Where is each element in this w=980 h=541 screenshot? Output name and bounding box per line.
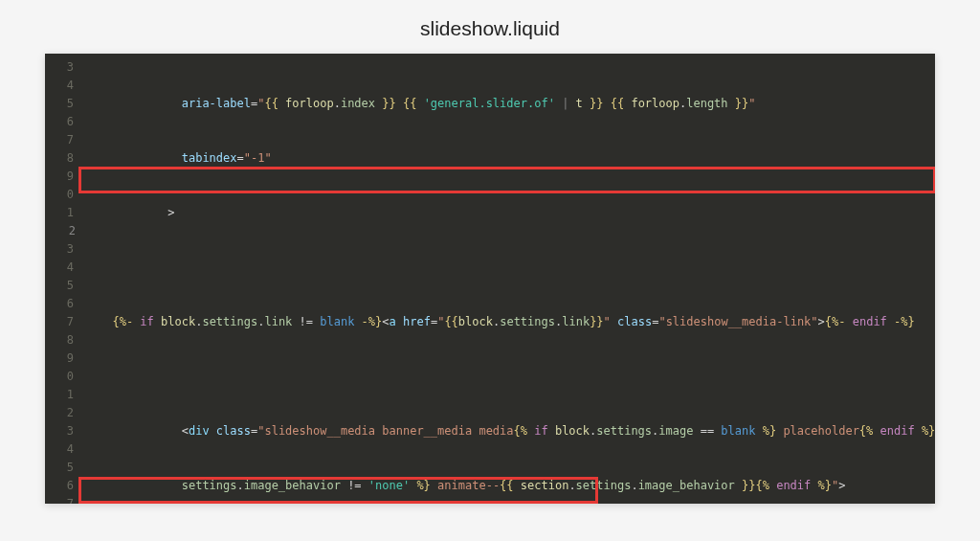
code-line-highlighted: {%- if block.settings.link != blank -%}<… [81,313,935,331]
code-content[interactable]: aria-label="{{ forloop.index }} {{ 'gene… [81,54,935,504]
code-line: <div class="slideshow__media banner__med… [81,422,935,440]
code-editor: 3 4 5 6 7 8 9 0 1 2 3 4 5 6 7 8 9 0 1 2 … [45,54,935,504]
code-line: aria-label="{{ forloop.index }} {{ 'gene… [81,95,935,113]
line-number-gutter: 3 4 5 6 7 8 9 0 1 2 3 4 5 6 7 8 9 0 1 2 … [45,54,81,504]
code-line: settings.image_behavior != 'none' %} ani… [81,477,935,495]
file-title: slideshow.liquid [420,17,560,40]
code-line: > [81,204,935,222]
code-line: tabindex="-1" [81,149,935,168]
code-line [81,259,935,277]
code-line [81,368,935,386]
